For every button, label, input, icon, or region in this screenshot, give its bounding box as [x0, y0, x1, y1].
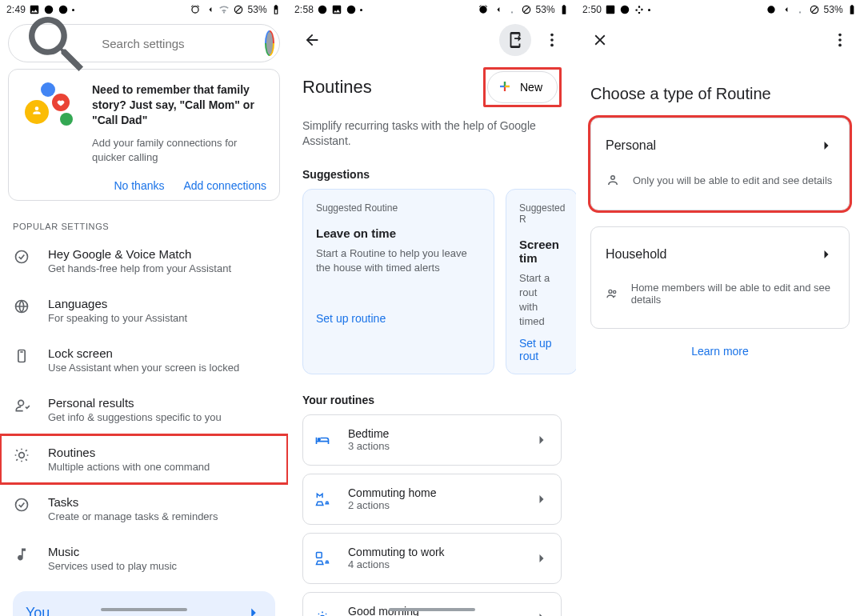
svg-point-8	[318, 6, 327, 14]
learn-more-link[interactable]: Learn more	[576, 345, 864, 358]
suggestions-row[interactable]: Suggested Routine Leave on time Start a …	[288, 189, 576, 374]
search-icon	[20, 8, 90, 78]
appbar	[576, 19, 864, 61]
globe-icon	[14, 298, 30, 314]
routine-bedtime[interactable]: Bedtime3 actions	[302, 414, 562, 466]
tasks-icon	[14, 497, 30, 513]
suggestion-card[interactable]: Suggested R Screen tim Start a rout with…	[506, 189, 576, 374]
setting-music[interactable]: MusicServices used to play music	[0, 534, 288, 583]
svg-point-9	[347, 6, 356, 14]
setting-voice-match[interactable]: Hey Google & Voice MatchGet hands-free h…	[0, 236, 288, 286]
setup-routine-button[interactable]: Set up routine	[316, 312, 481, 325]
check-circle-icon	[14, 249, 30, 265]
screen-choose-routine-type: 2:50 53% Choose a type of Routine Person…	[576, 0, 864, 616]
baseball-icon	[619, 4, 630, 15]
chevron-right-icon	[245, 604, 262, 616]
phone-icon	[14, 348, 30, 364]
wifi-icon	[506, 4, 518, 15]
sun-icon	[314, 610, 330, 616]
svg-point-14	[318, 438, 321, 441]
suggestion-card[interactable]: Suggested Routine Leave on time Start a …	[302, 189, 494, 374]
overflow-button[interactable]	[824, 24, 856, 56]
back-button[interactable]	[296, 24, 328, 56]
routine-commuting-home[interactable]: Commuting home2 actions	[302, 474, 562, 525]
svg-point-11	[550, 34, 554, 37]
setting-personal-results[interactable]: Personal resultsGet info & suggestions s…	[0, 385, 288, 434]
battery-icon	[558, 4, 570, 15]
svg-point-3	[16, 251, 28, 263]
baseball-icon	[346, 4, 357, 15]
no-data-icon	[521, 4, 532, 15]
svg-point-17	[621, 6, 630, 14]
alarm-icon	[190, 4, 201, 15]
svg-rect-15	[317, 552, 322, 558]
routines-subtitle: Simplify recurring tasks with the help o…	[302, 118, 562, 149]
search-input[interactable]	[102, 37, 254, 50]
add-to-home-icon	[506, 31, 524, 49]
overflow-button[interactable]	[536, 24, 568, 56]
mute-icon	[204, 4, 215, 15]
more-vert-icon	[831, 31, 849, 49]
battery-percent: 53%	[247, 4, 267, 15]
svg-point-20	[838, 38, 842, 42]
shortcut-button[interactable]	[499, 24, 531, 56]
svg-point-22	[611, 176, 615, 180]
svg-point-6	[19, 453, 25, 458]
chevron-right-icon	[818, 138, 834, 154]
status-time: 2:50	[582, 4, 602, 15]
slack-icon	[634, 4, 645, 15]
setup-routine-button[interactable]: Set up rout	[519, 337, 564, 362]
svg-point-13	[550, 44, 554, 47]
appbar	[288, 19, 576, 61]
commute-work-icon	[314, 550, 330, 566]
no-data-icon	[233, 4, 244, 15]
mute-icon	[492, 4, 503, 15]
mute-icon	[780, 4, 791, 15]
nav-handle[interactable]	[101, 608, 187, 611]
setting-lock-screen[interactable]: Lock screenUse Assistant when your scree…	[0, 335, 288, 385]
new-routine-button[interactable]: New	[487, 71, 558, 103]
page-title-row: Routines New	[302, 67, 562, 107]
svg-point-19	[838, 34, 842, 37]
family-card-title: Need to remember that family story? Just…	[92, 82, 266, 128]
svg-point-7	[16, 499, 28, 511]
you-tab[interactable]: You	[13, 591, 275, 616]
no-thanks-button[interactable]: No thanks	[114, 179, 164, 192]
battery-percent: 53%	[535, 4, 555, 15]
setting-languages[interactable]: LanguagesFor speaking to your Assistant	[0, 286, 288, 335]
person-check-icon	[14, 398, 30, 414]
svg-point-12	[550, 38, 554, 42]
battery-icon	[846, 4, 858, 15]
battery-icon	[270, 4, 282, 15]
routine-type-household[interactable]: Household Home members will be able to e…	[590, 226, 850, 329]
routine-type-personal[interactable]: Personal Only you will be able to edit a…	[590, 118, 850, 210]
wifi-icon	[794, 4, 806, 15]
svg-point-21	[838, 44, 842, 47]
music-note-icon	[14, 546, 30, 562]
more-notifications-icon	[648, 9, 650, 11]
routines-icon	[14, 447, 30, 463]
add-connections-button[interactable]: Add connections	[183, 179, 266, 192]
setting-tasks[interactable]: TasksCreate or manage tasks & reminders	[0, 484, 288, 534]
popular-settings-header: POPULAR SETTINGS	[13, 222, 275, 231]
no-data-icon	[809, 4, 820, 15]
account-avatar[interactable]	[265, 30, 274, 56]
search-settings[interactable]	[8, 24, 280, 62]
nav-handle[interactable]	[389, 608, 475, 611]
routine-commuting-work[interactable]: Commuting to work4 actions	[302, 533, 562, 584]
image-icon	[331, 4, 342, 15]
close-icon	[591, 31, 609, 49]
back-arrow-icon	[303, 31, 321, 49]
suggestions-header: Suggestions	[302, 168, 562, 181]
commute-home-icon	[314, 491, 330, 507]
close-button[interactable]	[584, 24, 616, 56]
setting-routines[interactable]: RoutinesMultiple actions with one comman…	[0, 434, 288, 484]
chevron-right-icon	[534, 491, 550, 507]
routine-good-morning[interactable]: Good morning4 actions	[302, 592, 562, 616]
family-illustration	[22, 82, 79, 134]
bed-icon	[314, 432, 330, 448]
routines-title: Routines	[302, 77, 372, 98]
battery-percent: 53%	[823, 4, 843, 15]
family-connections-card: Need to remember that family story? Just…	[8, 69, 280, 201]
chevron-right-icon	[534, 550, 550, 566]
